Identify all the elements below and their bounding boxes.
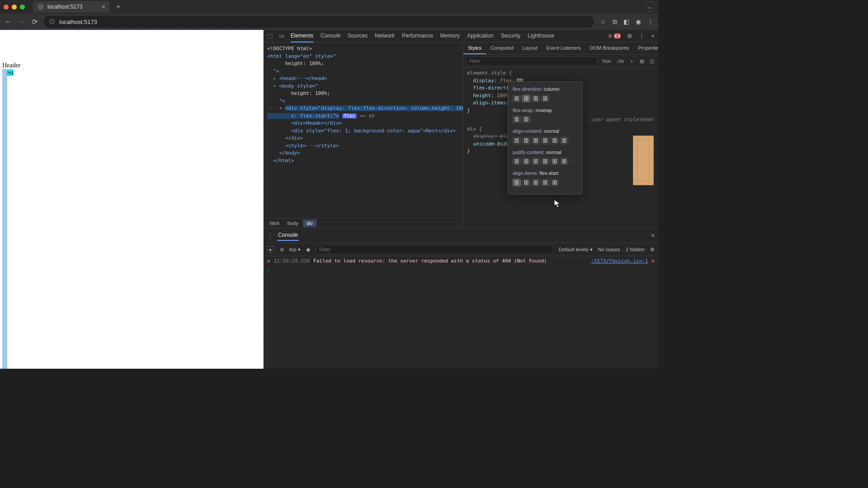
tab-performance[interactable]: Performance	[402, 30, 433, 42]
flex-option-button[interactable]	[522, 179, 530, 186]
dom-tree[interactable]: <!DOCTYPE html> <html lang="en" style=" …	[264, 42, 463, 218]
reload-button[interactable]: ⟳	[32, 18, 38, 26]
window-close-button[interactable]	[4, 5, 9, 9]
side-panel-icon[interactable]: ◧	[623, 18, 629, 25]
toggle-rendering-icon[interactable]: ◫	[648, 58, 656, 64]
devtools-close-icon[interactable]: ×	[651, 33, 655, 39]
menu-icon[interactable]: ⋮	[647, 18, 654, 25]
devtools-menu-icon[interactable]: ⋮	[639, 33, 645, 39]
devtools-topbar: ⬚ ▭ Elements Console Sources Network Per…	[264, 30, 658, 42]
crumb-html[interactable]: html	[266, 220, 283, 227]
settings-icon[interactable]: ⚙	[627, 33, 632, 39]
flex-option-button[interactable]	[513, 179, 521, 186]
new-style-rule-icon[interactable]: ＋	[628, 58, 636, 65]
flex-option-button[interactable]	[551, 158, 559, 165]
tab-sources[interactable]: Sources	[348, 30, 368, 42]
browser-tab[interactable]: localhost:5173 ×	[33, 1, 110, 13]
svg-rect-0	[515, 97, 516, 100]
flex-option-button[interactable]	[551, 137, 559, 144]
subtab-computed[interactable]: Computed	[486, 42, 518, 54]
flex-option-button[interactable]	[522, 158, 530, 165]
live-expression-icon[interactable]: ◉	[306, 247, 311, 253]
flex-option-button[interactable]	[522, 95, 530, 102]
back-button[interactable]: ←	[5, 18, 12, 26]
cls-toggle[interactable]: .cls	[615, 58, 626, 64]
log-levels-select[interactable]: Default levels ▾	[559, 247, 593, 253]
flex-option-button[interactable]	[513, 137, 521, 144]
subtab-event-listeners[interactable]: Event Listeners	[542, 42, 585, 54]
flex-option-button[interactable]	[551, 179, 559, 186]
tab-close-icon[interactable]: ×	[102, 3, 105, 10]
flex-option-button[interactable]	[541, 158, 549, 165]
drawer-console-tab[interactable]: Console	[277, 230, 299, 241]
error-icon: ⊘	[267, 257, 270, 265]
page-header-text: Header	[2, 62, 20, 69]
flex-option-button[interactable]	[532, 179, 540, 186]
console-context-select[interactable]: top ▾	[289, 247, 301, 253]
crumb-div[interactable]: div	[303, 220, 316, 227]
page-viewport[interactable]: Header Rest	[0, 30, 264, 369]
flex-option-button[interactable]	[541, 179, 549, 186]
svg-rect-6	[543, 97, 545, 100]
svg-rect-43	[546, 181, 547, 184]
error-counter[interactable]: ⊘ 1	[608, 33, 621, 39]
subtab-dom-breakpoints[interactable]: DOM Breakpoints	[585, 42, 634, 54]
subtab-layout[interactable]: Layout	[518, 42, 542, 54]
flex-option-button[interactable]	[513, 95, 521, 102]
styles-filter-input[interactable]	[466, 56, 598, 66]
forward-button[interactable]: →	[18, 18, 25, 26]
flex-option-button[interactable]	[532, 137, 540, 144]
inspect-icon[interactable]: ⬚	[267, 33, 273, 39]
new-tab-button[interactable]: +	[113, 3, 123, 11]
flex-option-button[interactable]	[522, 116, 530, 123]
extensions-icon[interactable]: ⧉	[613, 18, 617, 26]
subtab-properties[interactable]: Properties	[633, 42, 658, 54]
clear-console-icon[interactable]: ⊘	[280, 247, 284, 253]
console-settings-icon[interactable]: ⚙	[650, 247, 655, 253]
console-sidebar-toggle[interactable]: ▸	[267, 246, 274, 253]
flex-option-button[interactable]	[532, 95, 540, 102]
window-minimize-button[interactable]	[12, 5, 17, 9]
console-prompt[interactable]: ›	[267, 266, 655, 274]
window-maximize-button[interactable]	[20, 5, 25, 9]
hidden-messages[interactable]: 2 hidden	[626, 247, 645, 252]
computed-styles-icon[interactable]: ▤	[638, 58, 646, 64]
tab-memory[interactable]: Memory	[440, 30, 460, 42]
console-filter-input[interactable]	[316, 245, 553, 254]
profile-icon[interactable]: ◉	[636, 18, 641, 25]
tab-application[interactable]: Application	[467, 30, 494, 42]
site-info-icon[interactable]: ⓘ	[49, 18, 55, 26]
rule-selector-div[interactable]: div {	[467, 126, 482, 132]
tab-network[interactable]: Network	[375, 30, 395, 42]
drawer-close-icon[interactable]: ×	[651, 232, 655, 239]
flex-option-button[interactable]	[560, 158, 568, 165]
tab-console[interactable]: Console	[321, 30, 340, 42]
svg-rect-27	[527, 160, 528, 163]
flex-option-button[interactable]	[541, 137, 549, 144]
tab-security[interactable]: Security	[501, 30, 520, 42]
flex-option-button[interactable]	[513, 158, 521, 165]
rule-selector[interactable]: element.style {	[467, 70, 512, 76]
svg-rect-40	[534, 181, 535, 184]
issues-button[interactable]: No Issues	[598, 247, 620, 252]
bookmark-icon[interactable]: ☆	[600, 18, 606, 25]
tab-lighthouse[interactable]: Lighthouse	[528, 30, 554, 42]
expand-tabs-button[interactable]: ⌄	[645, 2, 655, 12]
tab-elements[interactable]: Elements	[291, 30, 313, 42]
log-source-link[interactable]: :5173/favicon.ico:1	[591, 257, 648, 265]
flex-option-button[interactable]	[532, 158, 540, 165]
drawer-menu-icon[interactable]: ⋮	[267, 232, 273, 239]
address-bar[interactable]: ⓘ localhost:5173	[44, 16, 594, 28]
subtab-styles[interactable]: Styles	[463, 42, 486, 54]
svg-rect-26	[524, 160, 526, 163]
crumb-body[interactable]: body	[284, 220, 302, 227]
flex-badge[interactable]: flex	[342, 113, 357, 118]
hov-toggle[interactable]: :hov	[600, 58, 613, 64]
flex-option-button[interactable]	[560, 137, 568, 144]
device-toggle-icon[interactable]: ▭	[279, 33, 284, 39]
box-model-diagram[interactable]	[633, 136, 654, 185]
flex-option-button[interactable]	[513, 116, 521, 123]
flex-option-button[interactable]	[541, 95, 549, 102]
console-log[interactable]: ⊘ 11:50:29.216 Failed to load resource: …	[264, 256, 658, 369]
flex-option-button[interactable]	[522, 137, 530, 144]
